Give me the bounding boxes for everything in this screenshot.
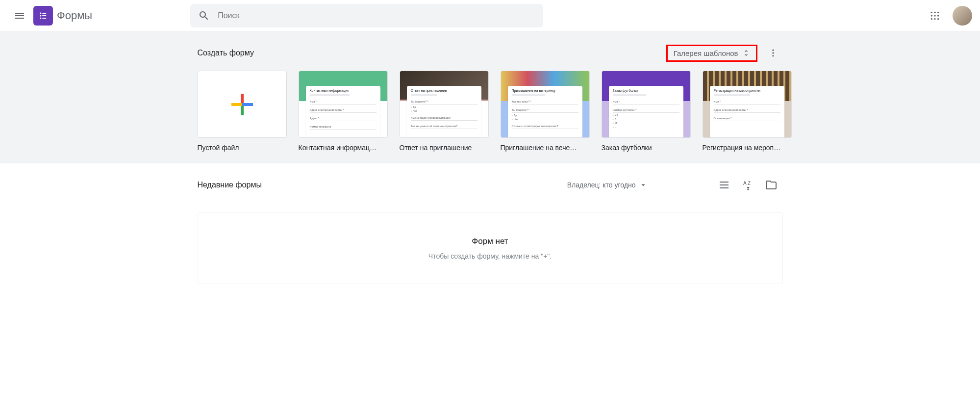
template-blank[interactable]: Пустой файл [198,71,287,152]
more-vert-icon [768,48,778,58]
recent-header: Недавние формы Владелец: кто угодно AZ [194,173,787,203]
main-menu-button[interactable] [8,4,31,27]
template-thumb: Регистрация на мероприятии Имя * Адрес э… [703,71,792,138]
svg-point-8 [937,11,939,13]
svg-rect-2 [40,15,42,16]
svg-point-15 [772,50,774,51]
empty-title: Форм нет [208,236,773,246]
account-avatar[interactable] [953,6,972,26]
sort-az-icon: AZ [742,179,754,191]
svg-point-7 [934,11,935,13]
svg-point-9 [931,15,932,16]
sort-az-button[interactable]: AZ [736,173,759,197]
search-box[interactable] [190,4,543,27]
app-header: Формы [0,0,980,31]
template-label: Контактная информац… [299,144,388,152]
svg-point-13 [934,18,935,20]
search-input[interactable] [218,11,535,20]
google-apps-button[interactable] [923,4,947,27]
template-gallery-toggle[interactable]: Галерея шаблонов [666,45,757,62]
hamburger-icon [14,10,25,22]
open-file-picker-button[interactable] [759,173,783,197]
plus-icon [228,91,256,118]
empty-subtitle: Чтобы создать форму, нажмите на "+". [208,252,773,260]
forms-logo-icon [33,6,53,26]
svg-text:Z: Z [748,181,751,186]
search-icon [198,10,210,22]
template-row: Пустой файл Контактная информация Имя * … [194,71,787,152]
template-party-invite[interactable]: Приглашение на вечеринку Как вас зовут? … [501,71,590,152]
svg-point-6 [931,11,932,13]
owner-filter-dropdown[interactable]: Владелец: кто угодно [561,178,653,192]
search-container [190,4,543,27]
template-blank-thumb [198,71,287,138]
svg-rect-18 [241,94,244,105]
template-label: Регистрация на мероп… [703,144,792,152]
svg-rect-21 [242,103,253,106]
svg-rect-1 [42,13,46,14]
owner-filter-label: Владелец: кто угодно [567,181,636,189]
gallery-title: Создать форму [198,49,254,57]
template-tshirt-order[interactable]: Заказ футболки Имя * Размер футболки * ○… [602,71,691,152]
gallery-more-button[interactable] [763,43,783,63]
template-thumb: Приглашение на вечеринку Как вас зовут? … [501,71,590,138]
svg-rect-0 [40,12,42,14]
template-contact-info[interactable]: Контактная информация Имя * Адрес электр… [299,71,388,152]
gallery-toggle-label: Галерея шаблонов [674,49,738,57]
template-label: Приглашение на вече… [501,144,590,152]
svg-rect-20 [231,103,242,106]
svg-point-10 [934,15,935,16]
recent-controls: Владелец: кто угодно AZ [561,173,783,197]
empty-state: Форм нет Чтобы создать форму, нажмите на… [198,212,783,284]
svg-point-17 [772,55,774,56]
svg-point-11 [937,15,939,16]
list-view-icon [718,179,730,191]
gallery-actions: Галерея шаблонов [666,43,783,63]
list-view-button[interactable] [712,173,736,197]
svg-text:A: A [743,181,747,186]
app-logo[interactable]: Формы [33,6,92,26]
svg-point-12 [931,18,932,20]
template-thumb: Заказ футболки Имя * Размер футболки * ○… [602,71,691,138]
template-label: Заказ футболки [602,144,691,152]
svg-rect-5 [42,18,46,19]
template-thumb: Ответ на приглашение Вы придете? * ○ Да … [400,71,489,138]
svg-point-16 [772,52,774,53]
template-label: Ответ на приглашение [400,144,489,152]
recent-section: Недавние формы Владелец: кто угодно AZ Ф… [0,163,980,294]
svg-rect-19 [241,105,244,115]
header-right [923,4,972,27]
app-name-label: Формы [57,9,92,22]
unfold-icon [742,49,750,57]
template-thumb: Контактная информация Имя * Адрес электр… [299,71,388,138]
svg-rect-3 [42,15,46,16]
template-gallery-section: Создать форму Галерея шаблонов [0,31,980,163]
recent-title: Недавние формы [198,181,262,189]
svg-point-14 [937,18,939,20]
template-rsvp[interactable]: Ответ на приглашение Вы придете? * ○ Да … [400,71,489,152]
apps-grid-icon [930,11,940,21]
folder-icon [765,179,777,191]
template-label: Пустой файл [198,144,287,152]
svg-rect-4 [40,17,42,19]
dropdown-arrow-icon [639,181,648,189]
template-event-registration[interactable]: Регистрация на мероприятии Имя * Адрес э… [703,71,792,152]
gallery-header: Создать форму Галерея шаблонов [194,39,787,71]
